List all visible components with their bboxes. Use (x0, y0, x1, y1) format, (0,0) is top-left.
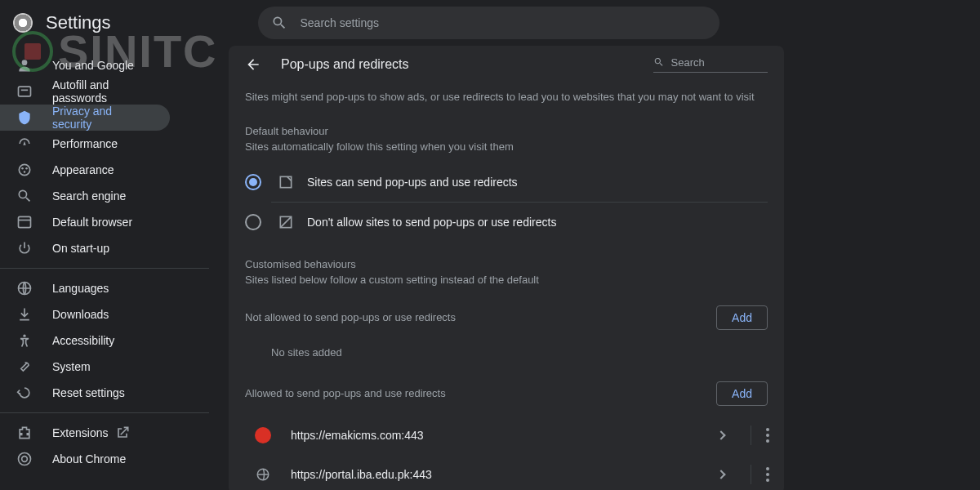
sidebar-item-system[interactable]: System (0, 354, 170, 380)
sidebar-item-downloads[interactable]: Downloads (0, 301, 170, 327)
arrow-back-icon (245, 56, 261, 73)
shield-icon (16, 109, 33, 126)
svg-point-10 (23, 335, 25, 337)
sidebar-item-appearance[interactable]: Appearance (0, 157, 170, 183)
autofill-icon (16, 83, 33, 100)
sidebar-item-autofill[interactable]: Autofill and passwords (0, 78, 170, 105)
sidebar-item-label: Default browser (52, 216, 132, 229)
search-icon (16, 188, 33, 204)
page-header: Pop-ups and redirects (229, 46, 784, 82)
sidebar-item-reset[interactable]: Reset settings (0, 380, 170, 406)
site-favicon-icon (255, 427, 271, 443)
download-icon (16, 306, 33, 323)
sidebar-item-label: Reset settings (52, 386, 125, 399)
reset-icon (16, 385, 33, 401)
sidebar-item-label: Accessibility (52, 334, 114, 347)
site-url: https://emakicms.com:443 (291, 429, 692, 442)
svg-point-3 (19, 164, 29, 175)
person-icon (16, 57, 33, 74)
default-behaviour-sub: Sites automatically follow this setting … (229, 140, 784, 163)
search-bar[interactable] (258, 7, 719, 39)
settings-card: Pop-ups and redirects Sites might send p… (229, 46, 784, 490)
radio-unselected-icon (245, 214, 261, 230)
globe-icon (16, 280, 33, 296)
radio-selected-icon (245, 174, 261, 190)
sidebar-item-label: Search engine (52, 189, 126, 203)
sidebar-item-about[interactable]: About Chrome (0, 446, 170, 472)
popup-allow-icon (278, 174, 294, 190)
option-block-popups[interactable]: Don't allow sites to send pop-ups or use… (229, 203, 784, 242)
external-link-icon (114, 425, 131, 441)
search-icon (271, 15, 287, 31)
page-search[interactable] (653, 56, 768, 73)
sidebar-item-startup[interactable]: On start-up (0, 235, 170, 261)
chrome-icon (16, 451, 33, 467)
sidebar-item-label: Privacy and security (52, 105, 154, 131)
svg-point-6 (24, 171, 26, 173)
brush-icon (16, 162, 33, 178)
svg-line-15 (280, 216, 291, 227)
site-favicon-icon (255, 466, 271, 483)
wrench-icon (16, 359, 33, 375)
sidebar-item-accessibility[interactable]: Accessibility (0, 327, 170, 354)
add-not-allowed-button[interactable]: Add (716, 305, 768, 330)
site-row[interactable]: https://portal.iba.edu.pk:443 (229, 455, 784, 491)
sidebar-item-extensions[interactable]: Extensions (0, 420, 170, 446)
sidebar-item-label: Downloads (52, 308, 109, 321)
site-url: https://portal.iba.edu.pk:443 (291, 468, 692, 481)
sidebar-item-default-browser[interactable]: Default browser (0, 209, 170, 235)
svg-rect-7 (19, 216, 31, 227)
sidebar-item-you-google[interactable]: You and Google (0, 52, 170, 78)
customised-title: Customised behaviours (229, 252, 784, 274)
sidebar-item-search-engine[interactable]: Search engine (0, 183, 170, 209)
site-row[interactable]: https://emakicms.com:443 (229, 416, 784, 455)
chevron-right-icon[interactable] (716, 470, 725, 479)
sidebar-item-label: About Chrome (52, 452, 126, 466)
page-description: Sites might send pop-ups to show ads, or… (229, 82, 784, 118)
chevron-right-icon[interactable] (716, 430, 725, 439)
no-sites-text: No sites added (229, 340, 784, 372)
header-title: Settings (46, 12, 111, 33)
add-allowed-button[interactable]: Add (716, 381, 768, 406)
sidebar-item-label: Languages (52, 282, 109, 295)
page-search-input[interactable] (671, 56, 768, 69)
sidebar-item-label: Performance (52, 137, 118, 150)
svg-point-5 (25, 167, 28, 170)
chrome-logo-icon (13, 13, 33, 33)
svg-point-4 (21, 167, 24, 170)
sidebar-item-label: Appearance (52, 163, 114, 176)
not-allowed-header: Not allowed to send pop-ups or use redir… (229, 296, 784, 340)
back-button[interactable] (245, 56, 261, 73)
more-menu-button[interactable] (751, 425, 768, 445)
allowed-header: Allowed to send pop-ups and use redirect… (229, 372, 784, 416)
sidebar-item-label: On start-up (52, 242, 109, 255)
divider (0, 412, 209, 413)
option-allow-popups[interactable]: Sites can send pop-ups and use redirects (229, 163, 784, 202)
search-input[interactable] (301, 16, 706, 29)
power-icon (16, 240, 33, 256)
sidebar: You and Google Autofill and passwords Pr… (0, 46, 209, 490)
option-label: Don't allow sites to send pop-ups or use… (307, 216, 556, 229)
sidebar-item-label: You and Google (52, 59, 134, 72)
not-allowed-title: Not allowed to send pop-ups or use redir… (245, 311, 456, 323)
browser-icon (16, 214, 33, 230)
page-title: Pop-ups and redirects (281, 57, 653, 72)
customised-sub: Sites listed below follow a custom setti… (229, 274, 784, 296)
svg-point-0 (22, 60, 28, 65)
sidebar-item-performance[interactable]: Performance (0, 131, 170, 157)
sidebar-item-label: Extensions (52, 426, 108, 439)
svg-point-11 (19, 453, 31, 466)
sidebar-item-label: Autofill and passwords (52, 78, 154, 105)
content-area: Pop-ups and redirects Sites might send p… (209, 46, 980, 490)
sidebar-item-languages[interactable]: Languages (0, 275, 170, 301)
more-menu-button[interactable] (751, 465, 768, 484)
search-icon (653, 56, 665, 69)
accessibility-icon (16, 332, 33, 349)
svg-point-12 (22, 457, 28, 462)
sidebar-item-label: System (52, 360, 91, 373)
default-behaviour-title: Default behaviour (229, 118, 784, 140)
sidebar-item-privacy[interactable]: Privacy and security (0, 105, 170, 131)
speed-icon (16, 136, 33, 152)
app-header: Settings (0, 0, 980, 46)
extension-icon (16, 425, 33, 441)
